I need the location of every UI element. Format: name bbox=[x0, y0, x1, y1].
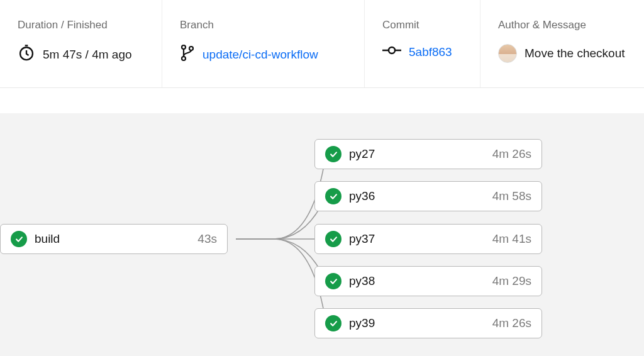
job-py27[interactable]: py27 4m 26s bbox=[314, 139, 542, 169]
header-cell-duration: Duration / Finished 5m 47s / 4m ago bbox=[0, 0, 162, 87]
job-time: 4m 41s bbox=[492, 232, 531, 246]
branch-label: Branch bbox=[180, 19, 347, 31]
check-icon bbox=[325, 188, 341, 204]
job-py36[interactable]: py36 4m 58s bbox=[314, 181, 542, 211]
avatar bbox=[498, 44, 517, 63]
svg-point-1 bbox=[182, 45, 186, 49]
header-cell-author: Author & Message Move the checkout bbox=[480, 0, 644, 87]
job-time: 4m 29s bbox=[492, 274, 531, 288]
job-name: py39 bbox=[349, 316, 375, 330]
check-icon bbox=[11, 231, 27, 247]
job-name: py27 bbox=[349, 147, 375, 161]
check-icon bbox=[325, 315, 341, 331]
job-name: build bbox=[35, 232, 60, 246]
check-icon bbox=[325, 231, 341, 247]
check-icon bbox=[325, 273, 341, 289]
check-icon bbox=[325, 146, 341, 162]
svg-point-4 bbox=[389, 47, 395, 53]
commit-message: Move the checkout bbox=[525, 47, 625, 60]
branch-link[interactable]: update/ci-cd-workflow bbox=[203, 48, 318, 62]
job-time: 4m 58s bbox=[492, 189, 531, 203]
pipeline-header: Duration / Finished 5m 47s / 4m ago Bran… bbox=[0, 0, 644, 88]
header-cell-commit: Commit 5abf863 bbox=[365, 0, 480, 87]
job-time: 43s bbox=[197, 232, 217, 246]
svg-point-3 bbox=[182, 57, 186, 60]
job-time: 4m 26s bbox=[492, 316, 531, 330]
clock-icon bbox=[18, 44, 35, 65]
job-name: py38 bbox=[349, 274, 375, 288]
commit-icon bbox=[382, 44, 401, 60]
svg-point-2 bbox=[189, 47, 193, 50]
job-name: py36 bbox=[349, 189, 375, 203]
job-name: py37 bbox=[349, 232, 375, 246]
commit-link[interactable]: 5abf863 bbox=[409, 45, 452, 59]
branch-icon bbox=[180, 44, 195, 65]
workflow-graph: build 43s py27 4m 26s py36 4m 58s py37 4… bbox=[0, 113, 644, 356]
job-py38[interactable]: py38 4m 29s bbox=[314, 266, 542, 296]
job-build[interactable]: build 43s bbox=[0, 224, 228, 254]
duration-value: 5m 47s / 4m ago bbox=[43, 48, 132, 62]
commit-label: Commit bbox=[382, 19, 462, 31]
job-time: 4m 26s bbox=[492, 147, 531, 161]
header-cell-branch: Branch update/ci-cd-workflow bbox=[162, 0, 365, 87]
job-py37[interactable]: py37 4m 41s bbox=[314, 224, 542, 254]
author-label: Author & Message bbox=[498, 19, 626, 31]
job-py39[interactable]: py39 4m 26s bbox=[314, 308, 542, 338]
duration-label: Duration / Finished bbox=[18, 19, 144, 31]
